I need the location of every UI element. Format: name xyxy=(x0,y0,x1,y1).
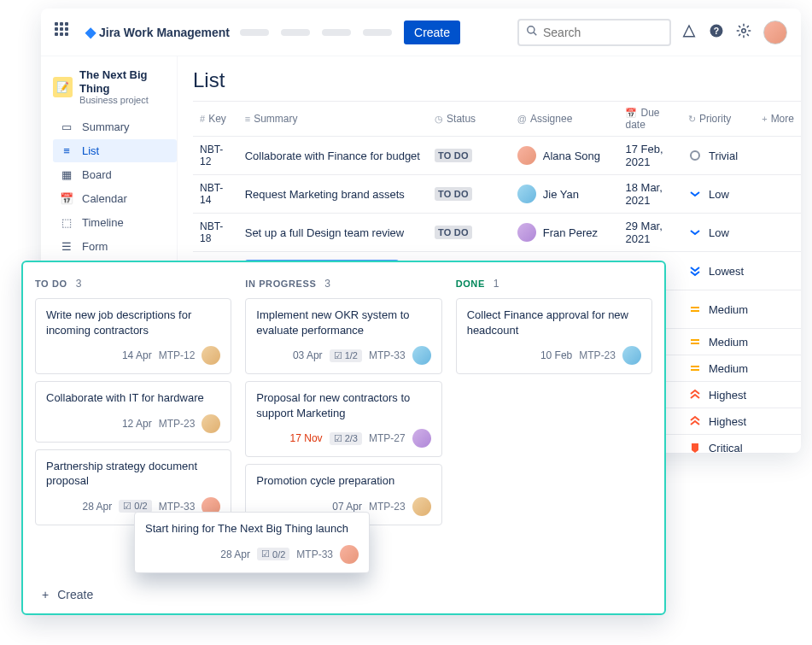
svg-rect-11 xyxy=(691,369,699,371)
column-count: 3 xyxy=(324,278,330,290)
sidebar-item-summary[interactable]: ▭Summary xyxy=(53,115,177,138)
card-key: MTP-27 xyxy=(369,432,406,444)
notifications-icon[interactable] xyxy=(681,23,697,42)
project-icon: 📝 xyxy=(53,77,73,97)
card-date: 28 Apr xyxy=(83,501,113,513)
priority-cell[interactable]: Low xyxy=(681,214,755,252)
drag-card[interactable]: Start hiring for The Next Big Thing laun… xyxy=(134,512,370,573)
svg-rect-9 xyxy=(691,343,699,344)
col-duedate[interactable]: 📅Due date xyxy=(618,102,681,137)
column-header[interactable]: DONE 1 xyxy=(456,278,652,290)
search-input[interactable] xyxy=(543,26,663,39)
duedate-cell[interactable]: 18 Mar, 2021 xyxy=(618,175,681,214)
project-header[interactable]: 📝 The Next Big Thing Business project xyxy=(53,68,177,105)
board-card[interactable]: Collect Finance approval for new headcou… xyxy=(456,298,652,374)
card-date: 14 Apr xyxy=(122,349,152,361)
priority-icon xyxy=(688,441,702,453)
board-card[interactable]: Collaborate with IT for hardware 12 Apr … xyxy=(35,381,231,443)
col-priority[interactable]: ↻Priority xyxy=(681,102,755,137)
product-logo[interactable]: ◆ Jira Work Management xyxy=(85,24,230,40)
settings-icon[interactable] xyxy=(736,23,751,42)
priority-icon xyxy=(688,414,702,428)
col-status[interactable]: ◷Status xyxy=(428,102,511,137)
board-card[interactable]: Write new job descriptions for incoming … xyxy=(35,298,231,374)
project-name: The Next Big Thing xyxy=(79,68,177,95)
app-switcher-icon[interactable] xyxy=(55,22,75,43)
priority-icon xyxy=(688,335,702,349)
status-cell[interactable]: TO DO xyxy=(428,214,511,252)
card-title: Implement new OKR system to evaluate per… xyxy=(256,308,430,337)
summary-cell[interactable]: Set up a full Design team review xyxy=(238,214,428,252)
column-title: IN PROGRESS xyxy=(245,279,316,289)
card-avatar xyxy=(412,346,431,365)
table-row[interactable]: NBT-18 Set up a full Design team review … xyxy=(193,214,801,252)
column-count: 3 xyxy=(76,278,82,290)
col-assignee[interactable]: @Assignee xyxy=(511,102,619,137)
card-title: Write new job descriptions for incoming … xyxy=(46,308,220,337)
priority-cell[interactable]: Critical xyxy=(681,435,755,454)
priority-icon xyxy=(688,187,702,201)
priority-cell[interactable]: Highest xyxy=(681,408,755,435)
assignee-cell[interactable]: Fran Perez xyxy=(511,214,619,252)
search-box[interactable] xyxy=(517,19,671,46)
col-summary[interactable]: ≡Summary xyxy=(238,102,428,137)
sidebar-item-calendar[interactable]: 📅Calendar xyxy=(53,187,177,210)
board-column: IN PROGRESS 3 Implement new OKR system t… xyxy=(245,278,441,532)
sidebar-item-timeline[interactable]: ⬚Timeline xyxy=(53,211,177,234)
assignee-cell[interactable]: Alana Song xyxy=(511,137,619,175)
card-key: MTP-33 xyxy=(296,548,333,560)
summary-cell[interactable]: Request Marketing brand assets xyxy=(238,175,428,214)
sidebar-item-board[interactable]: ▦Board xyxy=(53,163,177,186)
board-card[interactable]: Implement new OKR system to evaluate per… xyxy=(245,298,441,374)
nav-label: List xyxy=(82,144,99,157)
duedate-cell[interactable]: 29 Mar, 2021 xyxy=(618,214,681,252)
user-avatar[interactable] xyxy=(763,21,787,44)
nav-placeholder xyxy=(240,29,269,36)
status-cell[interactable]: TO DO xyxy=(428,175,511,214)
column-title: DONE xyxy=(456,279,485,289)
issue-key: NBT-14 xyxy=(193,175,238,214)
priority-icon xyxy=(688,226,702,239)
create-button[interactable]: Create xyxy=(404,21,460,44)
priority-cell[interactable]: Medium xyxy=(681,355,755,382)
priority-cell[interactable]: Medium xyxy=(681,290,755,329)
column-header[interactable]: TO DO 3 xyxy=(35,278,231,290)
column-header[interactable]: IN PROGRESS 3 xyxy=(245,278,441,290)
board-column: TO DO 3 Write new job descriptions for i… xyxy=(35,278,231,532)
priority-cell[interactable]: Highest xyxy=(681,382,755,408)
svg-rect-8 xyxy=(691,339,699,341)
board-card[interactable]: Proposal for new contractors to support … xyxy=(245,381,441,457)
assignee-avatar xyxy=(517,223,536,242)
svg-text:?: ? xyxy=(714,25,719,35)
duedate-cell[interactable]: 17 Feb, 2021 xyxy=(618,137,681,175)
card-avatar xyxy=(412,429,431,448)
nav-icon: ≡ xyxy=(60,144,73,157)
summary-cell[interactable]: Collaborate with Finance for budget xyxy=(238,137,428,175)
board-create-button[interactable]: + Create xyxy=(42,588,93,601)
table-row[interactable]: NBT-14 Request Marketing brand assets TO… xyxy=(193,175,801,214)
priority-icon xyxy=(688,264,702,278)
column-count: 1 xyxy=(494,278,499,290)
subtask-chip: ☑ 1/2 xyxy=(330,349,362,362)
col-more[interactable]: +More xyxy=(755,102,801,137)
table-row[interactable]: NBT-12 Collaborate with Finance for budg… xyxy=(193,137,801,175)
priority-cell[interactable]: Medium xyxy=(681,329,755,355)
card-title: Proposal for new contractors to support … xyxy=(256,390,430,420)
sidebar-item-form[interactable]: ☰Form xyxy=(53,235,177,258)
priority-cell[interactable]: Low xyxy=(681,175,755,214)
product-name: Jira Work Management xyxy=(99,26,230,39)
priority-cell[interactable]: Trivial xyxy=(681,137,755,175)
card-avatar xyxy=(202,346,220,365)
subtask-chip: ☑ 0/2 xyxy=(119,500,151,513)
priority-cell[interactable]: Lowest xyxy=(681,252,755,290)
priority-icon xyxy=(688,149,702,162)
status-lozenge: TO DO xyxy=(435,149,472,162)
nav-placeholders xyxy=(240,29,392,36)
assignee-cell[interactable]: Jie Yan xyxy=(511,175,619,214)
nav-label: Board xyxy=(82,168,112,181)
nav-label: Summary xyxy=(82,120,130,133)
col-key[interactable]: #Key xyxy=(193,102,238,137)
help-icon[interactable]: ? xyxy=(709,23,724,42)
sidebar-item-list[interactable]: ≡List xyxy=(53,139,177,162)
status-cell[interactable]: TO DO xyxy=(428,137,511,175)
